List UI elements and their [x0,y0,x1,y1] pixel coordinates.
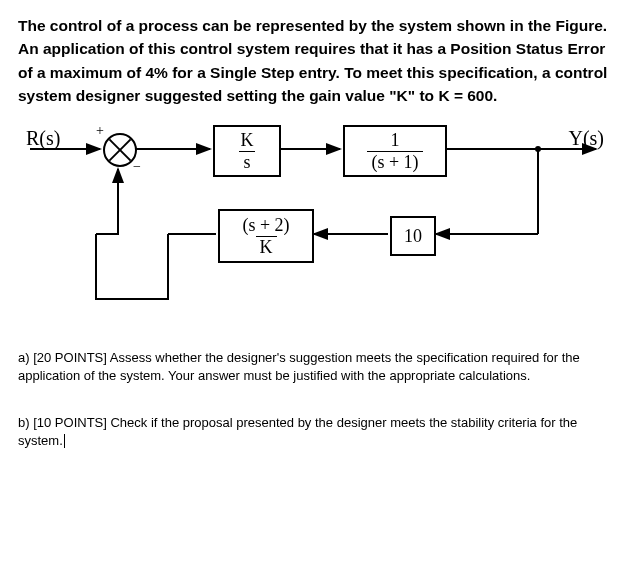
block-10: 10 [390,216,436,256]
block1-num: K [237,131,258,151]
output-label: Y(s) [568,127,604,150]
block-diagram: R(s) Y(s) + − K s 1 (s + 1) (s + 2) K 10 [18,119,616,319]
block-k-over-s: K s [213,125,281,177]
summing-junction [103,133,137,167]
sum-plus-sign: + [96,123,104,139]
question-b: b) [10 POINTS] Check if the proposal pre… [18,414,616,449]
problem-statement: The control of a process can be represen… [18,14,616,107]
svg-point-4 [535,146,541,152]
block-s-plus-2-over-k: (s + 2) K [218,209,314,263]
block2-num: 1 [387,131,404,151]
sum-minus-sign: − [133,159,141,175]
questions-section: a) [20 POINTS] Assess whether the design… [18,349,616,449]
block-1-over-s-plus-1: 1 (s + 1) [343,125,447,177]
input-label: R(s) [26,127,60,150]
block2-den: (s + 1) [367,151,422,172]
block3-den: K [256,236,277,257]
block3-num: (s + 2) [238,216,293,236]
text-cursor [64,434,66,448]
question-a: a) [20 POINTS] Assess whether the design… [18,349,616,384]
block1-den: s [239,151,254,172]
block4-value: 10 [404,226,422,247]
question-b-text: b) [10 POINTS] Check if the proposal pre… [18,415,577,448]
